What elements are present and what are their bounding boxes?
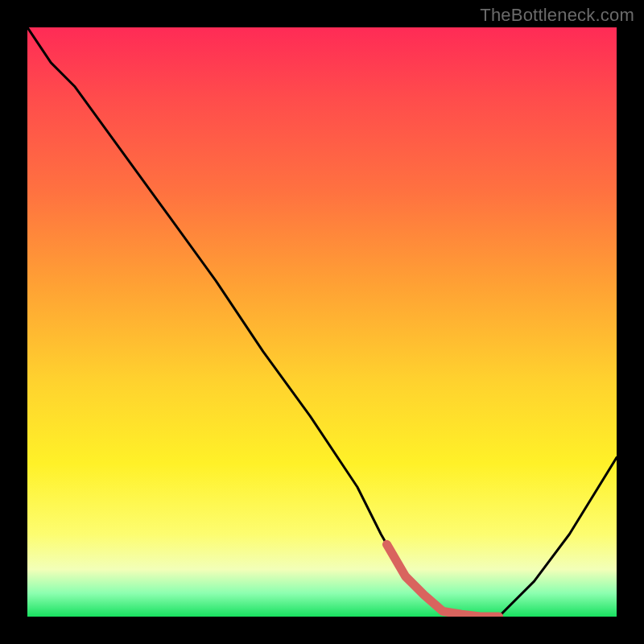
bottleneck-curve — [27, 27, 617, 617]
chart-frame: TheBottleneck.com — [0, 0, 644, 644]
watermark-text: TheBottleneck.com — [480, 5, 634, 26]
plot-area — [27, 27, 617, 617]
curve-path — [27, 27, 617, 617]
highlight-path — [387, 544, 499, 617]
